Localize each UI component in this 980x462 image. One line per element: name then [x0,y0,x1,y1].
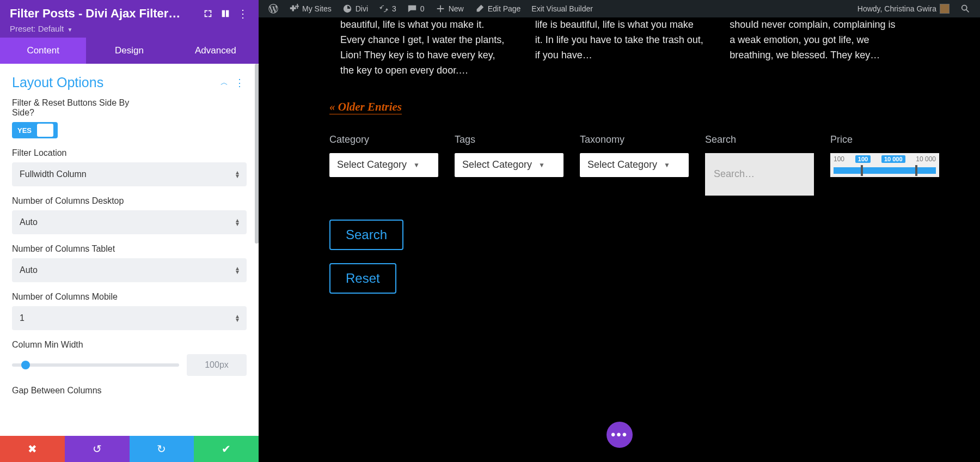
new-label: New [449,4,464,13]
toggle-knob [37,122,58,138]
tags-select[interactable]: Select Category ▼ [455,153,564,177]
category-select[interactable]: Select Category ▼ [329,153,438,177]
edit-page[interactable]: Edit Page [469,0,526,17]
filter-label: Tags [455,134,564,145]
filter-category: Category Select Category ▼ [329,134,438,177]
filter-taxonomy: Taxonomy Select Category ▼ [580,134,689,177]
plus-icon [436,4,445,14]
search-toggle[interactable] [955,0,976,17]
settings-panel: Layout Options ︿ ⋮ Filter & Reset Button… [0,64,259,436]
exit-vb-label: Exit Visual Builder [531,4,593,13]
section-menu-icon[interactable]: ⋮ [232,77,247,89]
post-excerpt: beautiful, life is what you make it. Eve… [340,17,509,78]
preset-label: Preset: Default [10,24,64,33]
setting-label: Number of Columns Desktop [12,196,148,206]
caret-updown-icon: ▴▾ [236,218,239,226]
select-text: Select Category [337,159,407,171]
cancel-button[interactable]: ✖ [0,436,65,462]
dots-icon: ••• [611,427,628,442]
slider-value[interactable]: 100px [187,354,247,376]
filter-search: Search [705,134,814,196]
filters-row: Category Select Category ▼ Tags Select C… [259,114,980,196]
select-filter-location[interactable]: Fullwidth Column ▴▾ [12,162,247,186]
sidebar-footer: ✖ ↺ ↻ ✔ [0,436,259,462]
setting-label: Filter & Reset Buttons Side By Side? [12,98,148,118]
preset-selector[interactable]: Preset: Default ▼ [10,24,249,33]
comments[interactable]: 0 [402,0,430,17]
kebab-icon[interactable]: ⋮ [237,8,249,20]
scrollbar-thumb[interactable] [255,64,259,244]
updates[interactable]: 3 [373,0,402,17]
settings-tabs: Content Design Advanced [0,38,259,64]
multisite-icon [289,4,299,14]
caret-updown-icon: ▴▾ [236,314,239,322]
close-icon: ✖ [28,442,37,455]
wordpress-icon [268,4,278,14]
setting-filter-reset-side: Filter & Reset Buttons Side By Side? YES [12,98,247,138]
select-text: Select Category [462,159,532,171]
save-button[interactable]: ✔ [194,436,259,462]
filter-action-buttons: Search Reset [259,196,980,318]
module-title: Filter Posts - Divi Ajax Filter… [10,7,197,21]
filter-label: Category [329,134,438,145]
select-value: 1 [20,313,24,323]
older-entries-link[interactable]: « Older Entries [329,100,402,114]
snap-icon[interactable] [219,8,231,20]
setting-gap-columns: Gap Between Columns [12,386,247,396]
caret-updown-icon: ▴▾ [236,171,239,178]
sidebar-header: Filter Posts - Divi Ajax Filter… ⋮ Prese… [0,0,259,38]
howdy-label: Howdy, Christina Gwira [857,4,936,13]
slider-track[interactable] [12,363,179,367]
select-value: Fullwidth Column [20,169,87,179]
wp-admin-bar: My Sites Divi 3 0 New [259,0,980,17]
builder-fab[interactable]: ••• [607,422,633,448]
expand-icon[interactable] [202,8,214,20]
exit-visual-builder[interactable]: Exit Visual Builder [526,0,598,17]
tab-design[interactable]: Design [86,38,172,64]
tab-advanced[interactable]: Advanced [173,38,259,64]
slider-thumb[interactable] [21,361,30,369]
setting-cols-tablet: Number of Columns Tablet Auto ▴▾ [12,244,247,282]
setting-col-min-width: Column Min Width 100px [12,340,247,376]
toggle-yes-no[interactable]: YES [12,122,58,138]
tab-content[interactable]: Content [0,38,86,64]
caret-down-icon: ▼ [413,161,420,169]
user-greeting[interactable]: Howdy, Christina Gwira [852,0,955,17]
new-content[interactable]: New [430,0,469,17]
wp-logo[interactable] [263,0,284,17]
setting-label: Column Min Width [12,340,148,350]
caret-down-icon: ▼ [664,161,670,169]
pencil-icon [475,4,485,14]
search-button[interactable]: Search [329,220,403,250]
search-input[interactable] [705,153,814,196]
undo-button[interactable]: ↺ [65,436,130,462]
user-avatar [940,4,950,14]
select-cols-tablet[interactable]: Auto ▴▾ [12,258,247,282]
price-handle-low[interactable] [861,165,863,176]
posts-row: beautiful, life is what you make it. Eve… [259,17,980,78]
site-name[interactable]: Divi [337,0,373,17]
site-name-label: Divi [356,4,368,13]
section-layout-options[interactable]: Layout Options ︿ ⋮ [12,71,247,98]
select-cols-desktop[interactable]: Auto ▴▾ [12,210,247,234]
select-cols-mobile[interactable]: 1 ▴▾ [12,306,247,330]
setting-label: Number of Columns Mobile [12,292,148,302]
refresh-icon [379,4,389,14]
comment-icon [407,4,417,14]
price-range-slider[interactable]: 100 100 10 000 10 000 [830,153,939,177]
price-handle-high[interactable] [915,165,917,176]
redo-icon: ↻ [157,442,166,455]
caret-updown-icon: ▴▾ [236,266,239,274]
filter-label: Taxonomy [580,134,689,145]
my-sites[interactable]: My Sites [284,0,337,17]
reset-button[interactable]: Reset [329,263,396,294]
setting-label: Filter Location [12,148,148,158]
dashboard-icon [342,4,352,14]
redo-button[interactable]: ↻ [130,436,194,462]
chevron-up-icon: ︿ [216,78,232,88]
caret-down-icon: ▼ [67,27,72,33]
taxonomy-select[interactable]: Select Category ▼ [580,153,689,177]
page-canvas: beautiful, life is what you make it. Eve… [259,17,980,462]
setting-cols-mobile: Number of Columns Mobile 1 ▴▾ [12,292,247,330]
select-text: Select Category [587,159,657,171]
